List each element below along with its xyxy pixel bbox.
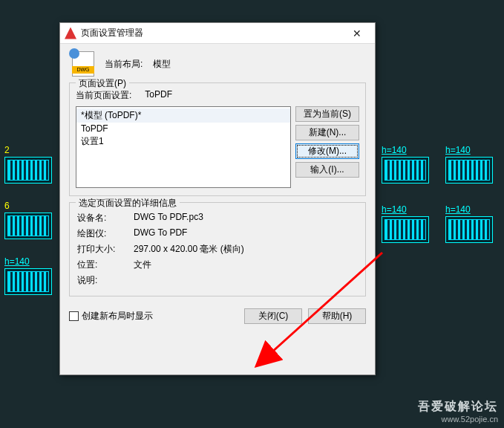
page-setup-group: 页面设置(P) 当前页面设置: ToPDF *模型 (ToPDF)* ToPDF… xyxy=(69,82,366,196)
bg-label-cyan: h=140 xyxy=(445,145,493,155)
current-page-setup-label: 当前页面设置: xyxy=(76,89,131,102)
list-item[interactable]: 设置1 xyxy=(76,134,290,149)
details-legend: 选定页面设置的详细信息 xyxy=(76,197,180,210)
bg-label: 6 xyxy=(4,201,52,211)
close-button[interactable]: 关闭(C) xyxy=(244,308,302,324)
current-layout-label: 当前布局: xyxy=(105,58,143,71)
bg-thumbnail xyxy=(382,216,429,243)
bg-label-cyan: h=140 xyxy=(382,204,429,215)
bg-thumbnail xyxy=(382,157,429,184)
list-item[interactable]: *模型 (ToPDF)* xyxy=(76,108,290,123)
page-setup-legend: 页面设置(P) xyxy=(76,77,129,90)
set-current-button[interactable]: 置为当前(S) xyxy=(295,106,359,122)
create-on-new-layout-checkbox[interactable]: 创建新布局时显示 xyxy=(69,310,153,322)
close-icon[interactable]: ✕ xyxy=(344,23,370,43)
current-layout-value: 模型 xyxy=(153,58,171,71)
bg-thumbnail xyxy=(4,213,52,239)
plotter-value: DWG To PDF xyxy=(134,227,358,240)
details-group: 选定页面设置的详细信息 设备名: DWG To PDF.pc3 绘图仪: DWG… xyxy=(69,202,366,296)
dwg-file-icon: DWG xyxy=(72,51,94,77)
help-button[interactable]: 帮助(H) xyxy=(308,308,366,324)
bg-thumbnail xyxy=(4,157,52,184)
bg-label-cyan: h=140 xyxy=(445,204,493,215)
location-value: 文件 xyxy=(134,259,358,271)
bg-label-cyan: h=140 xyxy=(4,256,52,267)
bg-thumbnail xyxy=(445,157,493,184)
current-page-setup-value: ToPDF xyxy=(145,89,172,102)
checkbox-icon[interactable] xyxy=(69,311,79,321)
bg-label: 2 xyxy=(4,145,52,155)
bg-thumbnail xyxy=(4,268,52,295)
modify-button[interactable]: 修改(M)... xyxy=(295,143,359,159)
desc-label: 说明: xyxy=(77,274,134,287)
watermark: 吾爱破解论坛 www.52pojie.cn xyxy=(418,399,498,424)
autocad-icon xyxy=(65,27,76,39)
plotter-label: 绘图仪: xyxy=(77,227,134,240)
watermark-text: 吾爱破解论坛 xyxy=(418,399,498,415)
list-item[interactable]: ToPDF xyxy=(76,123,290,134)
bg-thumbnail xyxy=(445,216,493,243)
titlebar[interactable]: 页面设置管理器 ✕ xyxy=(60,23,375,44)
size-value: 297.00 x 420.00 毫米 (横向) xyxy=(134,243,358,256)
page-setup-manager-dialog: 页面设置管理器 ✕ DWG 当前布局: 模型 页面设置(P) 当前页面设置: T… xyxy=(59,22,376,375)
new-button[interactable]: 新建(N)... xyxy=(295,125,359,140)
desc-value xyxy=(134,274,358,287)
location-label: 位置: xyxy=(77,259,134,271)
device-label: 设备名: xyxy=(77,212,134,224)
device-value: DWG To PDF.pc3 xyxy=(134,212,358,224)
watermark-url: www.52pojie.cn xyxy=(418,415,498,424)
size-label: 打印大小: xyxy=(77,243,134,256)
import-button[interactable]: 输入(I)... xyxy=(295,162,359,178)
page-setup-listbox[interactable]: *模型 (ToPDF)* ToPDF 设置1 xyxy=(76,106,291,188)
dialog-title: 页面设置管理器 xyxy=(81,27,344,39)
bg-label-cyan: h=140 xyxy=(382,145,429,155)
